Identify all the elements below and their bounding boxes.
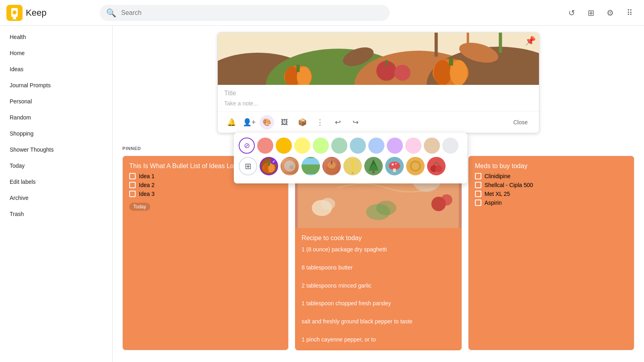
sidebar-item-today[interactable]: Today [0, 158, 106, 174]
color-swatch-yellow[interactable] [294, 138, 310, 154]
settings-button[interactable]: ⚙ [602, 5, 618, 21]
sidebar-item-label: Journal Prompts [10, 82, 51, 88]
meds-label-1: Clinidipine [485, 173, 511, 179]
checklist-label-2: Idea 2 [139, 182, 155, 188]
sidebar-item-label: Trash [10, 211, 24, 217]
color-swatch-sage[interactable] [313, 138, 329, 154]
color-swatch-blueberry[interactable] [387, 138, 403, 154]
color-swatch-red[interactable] [257, 138, 273, 154]
checkbox-3 [129, 191, 136, 197]
no-color-icon: ⊘ [244, 141, 250, 150]
bg-swatch-coin[interactable] [406, 157, 425, 175]
sidebar-item-health[interactable]: Health [0, 29, 106, 45]
note-image-header: 📌 [218, 33, 539, 85]
checklist-label-3: Idea 3 [139, 191, 155, 197]
svg-point-31 [289, 165, 293, 169]
recipe-body: Recipe to cook today 1 (8 ounce) package… [295, 228, 461, 350]
sidebar-item-label: Edit labels [10, 179, 36, 185]
collaborator-button[interactable]: 👤+ [242, 115, 256, 130]
svg-point-42 [395, 163, 396, 164]
sidebar-item-label: Health [10, 34, 26, 40]
meds-checkbox-3 [475, 191, 481, 197]
color-swatch-blue[interactable] [368, 138, 384, 154]
bg-swatch-cherry[interactable] [427, 157, 446, 175]
meds-label-3: Met XL 25 [485, 191, 510, 197]
bg-swatch-pencil[interactable] [343, 157, 362, 175]
color-swatch-lavender[interactable] [405, 138, 421, 154]
note-toolbar: 🔔 👤+ 🎨 🖼 📦 ⋮ ↩ ↪ Close [218, 111, 539, 133]
note-body-area[interactable]: Take a note... [218, 99, 539, 111]
refresh-button[interactable]: ↺ [564, 5, 580, 21]
meds-label-2: Shellcal - Cipla 500 [485, 182, 533, 188]
pin-button[interactable]: 📌 [525, 36, 536, 46]
note-tag: Today [129, 203, 150, 211]
svg-point-45 [411, 162, 420, 171]
note-card-meds[interactable]: Meds to buy today Clinidipine Shellcal -… [468, 156, 634, 350]
background-row: ⊞ ✓ [239, 157, 462, 175]
app-title: Keep [26, 8, 46, 18]
meds-checkbox-1 [475, 173, 481, 179]
color-swatch-teal[interactable] [350, 138, 366, 154]
meds-checkbox-2 [475, 182, 481, 188]
meds-item-2: Shellcal - Cipla 500 [475, 182, 627, 188]
meds-item-1: Clinidipine [475, 173, 627, 179]
sidebar-item-home[interactable]: Home [0, 45, 106, 61]
sidebar-item-label: Archive [10, 195, 29, 201]
meds-item-4: Aspirin [475, 200, 627, 206]
recipe-text: 1 (8 ounce) package dry spaghetti 8 tabl… [301, 245, 455, 344]
color-swatch-none[interactable]: ⊘ [239, 138, 255, 154]
more-button[interactable]: ⋮ [313, 115, 327, 130]
sidebar-item-personal[interactable]: Personal [0, 93, 106, 109]
bg-swatch-none[interactable]: ⊞ [239, 157, 257, 175]
sidebar-item-trash[interactable]: Trash [0, 206, 106, 222]
new-note-card[interactable]: 📌 Title Take a note... 🔔 👤+ 🎨 🖼 📦 ⋮ ↩ ↪ … [217, 32, 539, 133]
svg-point-3 [12, 10, 17, 14]
sidebar-item-edit-labels[interactable]: Edit labels [0, 174, 106, 190]
sidebar-item-archive[interactable]: Archive [0, 190, 106, 206]
color-swatch-grape[interactable] [424, 138, 440, 154]
sidebar-item-journal-prompts[interactable]: Journal Prompts [0, 77, 106, 93]
remind-button[interactable]: 🔔 [224, 115, 239, 130]
search-bar[interactable]: 🔍 [100, 5, 390, 21]
meds-label-4: Aspirin [485, 200, 502, 206]
bg-swatch-mushroom[interactable] [385, 157, 404, 175]
sidebar-item-label: Personal [10, 98, 32, 105]
note-card-recipe[interactable]: Recipe to cook today 1 (8 ounce) package… [295, 156, 461, 350]
search-input[interactable] [121, 9, 383, 16]
recipe-title: Recipe to cook today [301, 234, 455, 242]
color-swatch-graphite[interactable] [442, 138, 458, 154]
sidebar-item-label: Shopping [10, 130, 33, 137]
note-card-bullet-list[interactable]: This Is What A Bullet List of Ideas Look… [122, 156, 289, 350]
layout-toggle-button[interactable]: ⊞ [583, 5, 599, 21]
bg-swatch-landscape[interactable] [301, 157, 320, 175]
add-image-button[interactable]: 🖼 [277, 115, 292, 130]
archive-button[interactable]: 📦 [295, 115, 310, 130]
color-picker-button[interactable]: 🎨 [260, 115, 274, 130]
apps-button[interactable]: ⠿ [621, 5, 638, 21]
close-button[interactable]: Close [508, 116, 533, 129]
bg-swatch-forest[interactable] [364, 157, 383, 175]
sidebar-item-shopping[interactable]: Shopping [0, 125, 106, 142]
bg-swatch-autumn[interactable] [322, 157, 341, 175]
svg-rect-16 [449, 58, 453, 66]
svg-point-52 [321, 198, 335, 210]
svg-point-47 [435, 165, 442, 172]
color-swatch-orange[interactable] [276, 138, 292, 154]
color-row: ⊘ [239, 138, 462, 154]
redo-button[interactable]: ↪ [348, 115, 363, 130]
sidebar-item-shower-thoughts[interactable]: Shower Thoughts [0, 142, 106, 158]
meds-body: Meds to buy today Clinidipine Shellcal -… [469, 156, 634, 215]
svg-point-54 [441, 194, 452, 206]
bg-swatch-food[interactable] [281, 157, 299, 175]
undo-button[interactable]: ↩ [330, 115, 345, 130]
sidebar-item-ideas[interactable]: Ideas [0, 61, 106, 77]
keep-logo-icon [6, 5, 23, 21]
sidebar-item-random[interactable]: Random [0, 109, 106, 125]
sidebar-item-label: Today [10, 162, 25, 169]
bg-swatch-groceries[interactable]: ✓ Groceries [260, 157, 278, 175]
note-title-area[interactable]: Title [218, 85, 539, 99]
color-swatch-mint[interactable] [331, 138, 347, 154]
sidebar: Health Home Ideas Journal Prompts Person… [0, 26, 113, 362]
svg-marker-38 [368, 163, 379, 171]
svg-rect-34 [331, 161, 332, 165]
